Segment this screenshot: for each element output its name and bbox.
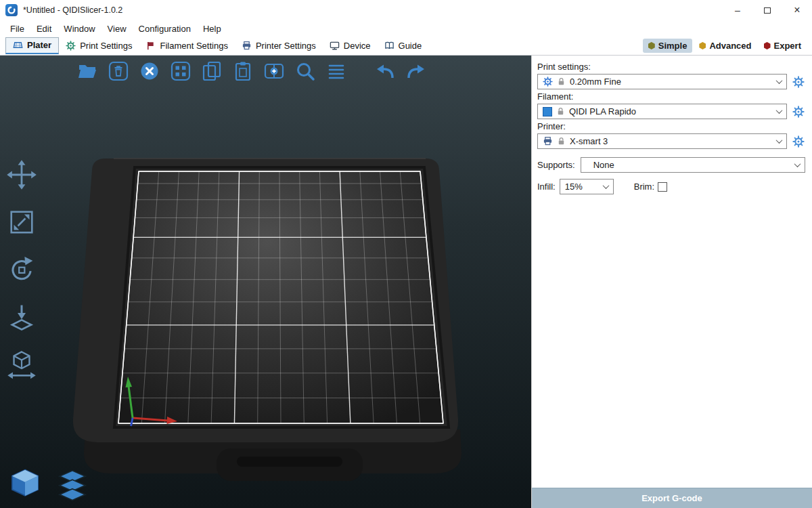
split-to-parts-button[interactable] — [263, 60, 286, 83]
menu-edit[interactable]: Edit — [30, 22, 58, 35]
simple-mode-icon — [648, 42, 655, 49]
advanced-mode-icon — [699, 42, 706, 49]
layers-preview-button[interactable] — [54, 466, 91, 503]
app-logo-icon — [5, 4, 18, 16]
print-settings-combo[interactable]: 0.20mm Fine — [537, 74, 787, 89]
paste-button[interactable] — [231, 60, 254, 83]
redo-button[interactable] — [405, 60, 428, 83]
split-icon — [263, 60, 285, 82]
close-button[interactable]: × — [782, 0, 812, 20]
tab-device[interactable]: Device — [323, 39, 378, 54]
scale-gizmo-button[interactable] — [5, 206, 38, 238]
menu-configuration[interactable]: Configuration — [133, 22, 197, 35]
undo-button[interactable] — [374, 60, 397, 83]
tab-print-settings[interactable]: Print Settings — [59, 39, 139, 54]
window-title: *Untitled - QIDISlicer-1.0.2 — [23, 5, 122, 15]
rotate-gizmo-button[interactable] — [5, 253, 38, 286]
edit-filament-button[interactable] — [792, 105, 805, 119]
delete-button[interactable] — [107, 60, 130, 83]
place-on-face-button[interactable] — [5, 301, 38, 333]
gear-icon — [543, 77, 553, 87]
gizmo-toolbar — [5, 158, 38, 381]
tab-label: Print Settings — [80, 41, 132, 51]
infill-combo[interactable]: 15% — [560, 179, 614, 194]
tab-plater[interactable]: Plater — [5, 37, 59, 54]
3d-editor-view-button[interactable] — [7, 466, 43, 503]
tab-printer-settings[interactable]: Printer Settings — [235, 39, 323, 54]
search-icon — [294, 60, 316, 82]
edit-printer-button[interactable] — [792, 135, 805, 148]
minimize-button[interactable]: – — [723, 0, 752, 20]
lock-icon — [557, 137, 566, 146]
measure-icon — [5, 348, 38, 381]
mode-expert[interactable]: Expert — [759, 39, 807, 53]
filament-flag-icon — [145, 41, 156, 51]
maximize-button[interactable] — [752, 0, 782, 20]
undo-icon — [374, 60, 396, 82]
viewport-toolbar — [76, 60, 428, 83]
search-button[interactable] — [294, 60, 317, 83]
mode-simple[interactable]: Simple — [643, 39, 693, 53]
tab-bar: Plater Print Settings Filament Settings … — [0, 37, 812, 56]
tab-label: Plater — [27, 40, 51, 50]
mode-label: Advanced — [709, 41, 751, 51]
scale-icon — [5, 206, 38, 238]
filament-combo[interactable]: QIDI PLA Rapido — [537, 104, 787, 119]
gear-icon — [792, 76, 805, 88]
move-gizmo-button[interactable] — [5, 158, 38, 191]
lock-icon — [557, 77, 566, 86]
tab-label: Filament Settings — [160, 41, 227, 51]
copy-button[interactable] — [200, 60, 223, 83]
expert-mode-icon — [764, 42, 771, 49]
chevron-down-icon — [794, 161, 801, 167]
redo-icon — [405, 60, 427, 82]
move-icon — [5, 158, 38, 191]
cube-3d-icon — [7, 466, 43, 503]
device-monitor-icon — [330, 41, 340, 51]
print-settings-label: Print settings: — [537, 62, 805, 72]
place-on-face-icon — [5, 301, 38, 333]
brim-label: Brim: — [634, 182, 654, 192]
print-settings-value: 0.20mm Fine — [570, 77, 621, 87]
paste-icon — [232, 60, 254, 82]
delete-all-icon — [139, 60, 160, 82]
tab-filament-settings[interactable]: Filament Settings — [139, 39, 234, 54]
infill-label: Infill: — [537, 182, 556, 192]
printer-icon — [242, 41, 252, 51]
printer-label: Printer: — [537, 121, 805, 131]
brim-checkbox[interactable] — [658, 182, 667, 192]
chevron-down-icon — [602, 182, 609, 189]
chevron-down-icon — [776, 77, 783, 84]
filament-label: Filament: — [537, 91, 805, 102]
layers-stack-icon — [54, 466, 91, 503]
open-folder-icon — [76, 60, 98, 82]
gear-icon — [792, 135, 805, 148]
mode-label: Simple — [658, 41, 687, 51]
export-gcode-button[interactable]: Export G-code — [532, 488, 812, 508]
supports-combo[interactable]: None — [581, 157, 805, 173]
menu-view[interactable]: View — [102, 22, 133, 35]
mode-advanced[interactable]: Advanced — [694, 39, 757, 53]
printer-value: X-smart 3 — [570, 136, 608, 146]
3d-viewport[interactable] — [0, 56, 531, 508]
arrange-button[interactable] — [169, 60, 192, 83]
menu-help[interactable]: Help — [197, 22, 227, 35]
chevron-down-icon — [776, 137, 783, 144]
layer-list-icon — [325, 60, 347, 82]
filament-color-swatch — [543, 107, 552, 117]
open-file-button[interactable] — [76, 60, 99, 83]
edit-print-settings-button[interactable] — [792, 75, 805, 89]
tab-guide[interactable]: Guide — [378, 39, 429, 54]
variable-layer-height-button[interactable] — [325, 60, 348, 83]
menu-file[interactable]: File — [4, 22, 30, 35]
measure-button[interactable] — [5, 348, 38, 381]
delete-all-button[interactable] — [138, 60, 161, 83]
maximize-icon — [764, 7, 771, 14]
plater-icon — [13, 40, 23, 50]
menu-window[interactable]: Window — [58, 22, 101, 35]
filament-value: QIDI PLA Rapido — [569, 106, 636, 117]
printer-combo[interactable]: X-smart 3 — [537, 133, 787, 149]
menu-bar: File Edit Window View Configuration Help — [0, 20, 812, 37]
print-bed — [0, 56, 531, 508]
print-settings-gear-icon — [66, 41, 76, 51]
